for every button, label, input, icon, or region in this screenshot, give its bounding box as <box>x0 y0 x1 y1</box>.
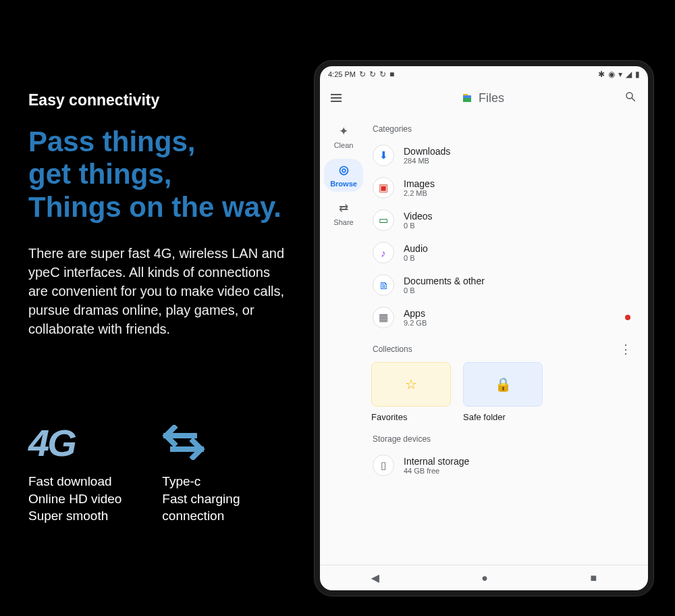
headline-line: get things, <box>28 158 292 190</box>
collection-safe-folder[interactable]: 🔒 Safe folder <box>463 362 543 422</box>
files-logo-icon <box>461 92 473 104</box>
sparkle-icon: ✦ <box>339 124 348 138</box>
collection-favorites[interactable]: ☆ Favorites <box>371 362 451 422</box>
category-images[interactable]: ▣ Images 2.2 MB <box>371 172 636 204</box>
app-notification-icon: ■ <box>389 70 394 78</box>
category-audio[interactable]: ♪ Audio 0 B <box>371 236 636 269</box>
promo-headline: Pass things, get things, Things on the w… <box>28 126 292 224</box>
signal-icon: ◢ <box>626 70 632 78</box>
tablet-screen: 4:25 PM ↻ ↻ ↻ ■ ✱ ◉ ▾ ◢ ▮ <box>320 66 648 590</box>
content-area: ✦ Clean ◎ Browse ⇄ Share Categories ⬇ D <box>320 113 648 565</box>
sync-icon: ↻ <box>379 70 386 78</box>
phone-icon: ▯ <box>373 455 394 476</box>
feature-typec: Type-c Fast charging connection <box>162 419 240 525</box>
feature-line: connection <box>162 507 240 525</box>
main-pane: Categories ⬇ Downloads 284 MB ▣ Images 2… <box>367 113 648 565</box>
rail-item-clean[interactable]: ✦ Clean <box>324 120 363 153</box>
category-documents[interactable]: 🗎 Documents & other 0 B <box>371 269 636 301</box>
feature-4g: 4G Fast download Online HD video Super s… <box>28 419 122 525</box>
rail-item-share[interactable]: ⇄ Share <box>324 197 363 230</box>
eye-icon: ◉ <box>608 70 615 78</box>
svg-point-0 <box>626 93 632 99</box>
app-bar: Files <box>320 82 648 113</box>
nav-recents-button[interactable]: ■ <box>591 572 597 584</box>
feature-line: Fast download <box>28 473 122 490</box>
status-bar: 4:25 PM ↻ ↻ ↻ ■ ✱ ◉ ▾ ◢ ▮ <box>320 66 648 82</box>
download-icon: ⬇ <box>373 145 394 166</box>
star-icon: ☆ <box>371 362 451 407</box>
more-button[interactable]: ⋮ <box>617 343 634 355</box>
apps-icon: ▦ <box>373 307 394 328</box>
nav-back-button[interactable]: ▶ <box>371 571 379 584</box>
category-apps[interactable]: ▦ Apps 9.2 GB <box>371 301 636 334</box>
headline-line: Things on the way. <box>28 191 292 224</box>
category-downloads[interactable]: ⬇ Downloads 284 MB <box>371 139 636 172</box>
nav-home-button[interactable]: ● <box>481 572 488 584</box>
category-videos[interactable]: ▭ Videos 0 B <box>371 204 636 236</box>
sync-icon: ↻ <box>369 70 376 78</box>
side-rail: ✦ Clean ◎ Browse ⇄ Share <box>320 113 367 565</box>
four-g-icon: 4G <box>28 419 122 466</box>
image-icon: ▣ <box>373 177 394 199</box>
bluetooth-icon: ✱ <box>598 70 605 78</box>
storage-internal[interactable]: ▯ Internal storage 44 GB free <box>371 449 636 482</box>
collections-row: ☆ Favorites 🔒 Safe folder <box>371 362 636 422</box>
share-icon: ⇄ <box>339 201 348 215</box>
feature-row: 4G Fast download Online HD video Super s… <box>28 419 240 525</box>
battery-icon: ▮ <box>635 70 640 78</box>
promo-body: There are super fast 4G, wireless LAN an… <box>28 244 292 338</box>
browse-icon: ◎ <box>339 163 349 177</box>
audio-icon: ♪ <box>373 242 394 263</box>
tablet-frame: 4:25 PM ↻ ↻ ↻ ■ ✱ ◉ ▾ ◢ ▮ <box>315 61 653 596</box>
status-time: 4:25 PM <box>328 70 356 78</box>
video-icon: ▭ <box>373 209 394 231</box>
feature-line: Fast charging <box>162 490 240 508</box>
promo-panel: Easy connectivity Pass things, get thing… <box>28 91 292 338</box>
rail-item-browse[interactable]: ◎ Browse <box>324 159 363 192</box>
lock-icon: 🔒 <box>463 362 543 407</box>
svg-line-1 <box>632 98 635 101</box>
promo-subtitle: Easy connectivity <box>28 91 292 109</box>
system-nav-bar: ▶ ● ■ <box>320 565 648 590</box>
alert-dot-icon <box>625 315 630 320</box>
section-storage: Storage devices <box>373 434 636 444</box>
feature-line: Super smooth <box>28 507 122 525</box>
feature-line: Type-c <box>162 473 240 490</box>
headline-line: Pass things, <box>28 126 292 158</box>
section-collections: Collections <box>373 344 412 354</box>
transfer-arrows-icon <box>162 419 240 466</box>
wifi-icon: ▾ <box>618 70 622 78</box>
section-categories: Categories <box>373 124 636 134</box>
sync-icon: ↻ <box>359 70 366 78</box>
search-icon <box>624 91 637 103</box>
feature-line: Online HD video <box>28 490 122 508</box>
document-icon: 🗎 <box>373 274 394 296</box>
app-title: Files <box>461 91 504 105</box>
menu-button[interactable] <box>331 94 342 102</box>
search-button[interactable] <box>624 91 637 106</box>
